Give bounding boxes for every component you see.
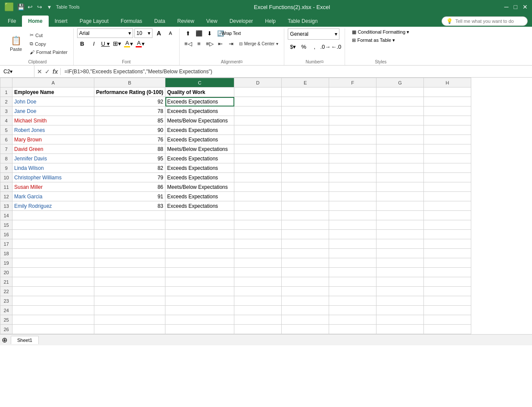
table-cell[interactable] — [329, 192, 376, 201]
row-header[interactable]: 25 — [0, 315, 12, 325]
table-cell[interactable] — [282, 192, 329, 201]
table-cell[interactable] — [424, 287, 471, 296]
table-cell[interactable] — [329, 315, 376, 325]
table-cell[interactable] — [234, 135, 282, 144]
table-cell[interactable] — [234, 239, 282, 249]
table-cell[interactable]: 90 — [94, 125, 165, 135]
table-cell[interactable] — [165, 325, 234, 334]
table-cell[interactable] — [329, 249, 376, 258]
table-cell[interactable]: 76 — [94, 135, 165, 144]
table-cell[interactable] — [165, 268, 234, 277]
table-cell[interactable] — [94, 287, 165, 296]
table-cell[interactable] — [94, 220, 165, 230]
maximize-icon[interactable]: □ — [514, 3, 517, 10]
cut-button[interactable]: ✂ Cut — [28, 31, 70, 39]
table-cell[interactable]: Exceeds Expectations — [165, 97, 234, 106]
table-cell[interactable]: Exceeds Expectations — [165, 125, 234, 135]
table-cell[interactable] — [376, 135, 424, 144]
table-cell[interactable] — [94, 230, 165, 239]
col-header-c[interactable]: C — [165, 78, 234, 88]
table-cell[interactable] — [376, 125, 424, 135]
table-cell[interactable] — [282, 287, 329, 296]
table-cell[interactable] — [12, 258, 94, 268]
table-cell[interactable] — [329, 154, 376, 163]
table-cell[interactable] — [329, 88, 376, 97]
table-cell[interactable] — [424, 154, 471, 163]
tab-help[interactable]: Help — [259, 16, 282, 27]
row-header[interactable]: 21 — [0, 277, 12, 287]
row-header[interactable]: 16 — [0, 230, 12, 239]
table-cell[interactable] — [424, 163, 471, 173]
table-cell[interactable] — [424, 325, 471, 334]
row-header[interactable]: 10 — [0, 173, 12, 182]
table-cell[interactable] — [376, 220, 424, 230]
table-cell[interactable] — [282, 97, 329, 106]
table-cell[interactable] — [94, 277, 165, 287]
table-cell[interactable] — [234, 97, 282, 106]
table-cell[interactable] — [424, 201, 471, 211]
table-cell[interactable] — [165, 287, 234, 296]
col-header-g[interactable]: G — [376, 78, 424, 88]
table-cell[interactable] — [376, 201, 424, 211]
formula-input[interactable]: =IF(B1>80,"Exceeds Expectations","Meets/… — [61, 69, 532, 75]
table-cell[interactable] — [424, 277, 471, 287]
table-cell[interactable] — [234, 116, 282, 125]
row-header[interactable]: 3 — [0, 106, 12, 116]
table-cell[interactable] — [12, 287, 94, 296]
italic-button[interactable]: I — [89, 39, 99, 48]
table-cell[interactable] — [234, 182, 282, 192]
number-expand[interactable]: ⧉ — [321, 59, 324, 64]
table-cell[interactable] — [424, 249, 471, 258]
close-icon[interactable]: ✕ — [523, 3, 528, 10]
row-header[interactable]: 17 — [0, 239, 12, 249]
table-cell[interactable] — [329, 201, 376, 211]
table-cell[interactable] — [234, 192, 282, 201]
table-cell[interactable] — [94, 268, 165, 277]
decrease-font-button[interactable]: A — [165, 28, 176, 38]
table-cell[interactable] — [282, 182, 329, 192]
table-cell[interactable]: 95 — [94, 154, 165, 163]
comma-button[interactable]: , — [309, 42, 320, 51]
minimize-icon[interactable]: ─ — [504, 3, 509, 10]
table-cell[interactable] — [282, 306, 329, 315]
table-cell[interactable] — [165, 277, 234, 287]
table-cell[interactable] — [376, 211, 424, 220]
formula-cancel-icon[interactable]: ✕ — [37, 68, 42, 75]
table-cell[interactable]: Exceeds Expectations — [165, 163, 234, 173]
table-cell[interactable]: Susan Miller — [12, 182, 94, 192]
row-header[interactable]: 1 — [0, 88, 12, 97]
table-cell[interactable]: 92 — [94, 97, 165, 106]
table-cell[interactable] — [94, 296, 165, 306]
tab-file[interactable]: File — [2, 16, 22, 27]
col-header-f[interactable]: F — [329, 78, 376, 88]
table-cell[interactable] — [376, 325, 424, 334]
table-cell[interactable] — [376, 258, 424, 268]
table-cell[interactable]: Meets/Below Expectations — [165, 182, 234, 192]
table-cell[interactable] — [424, 296, 471, 306]
format-as-table-button[interactable]: ⊞ Format as Table ▾ — [348, 37, 398, 44]
table-cell[interactable] — [165, 296, 234, 306]
table-cell[interactable] — [12, 239, 94, 249]
table-cell[interactable]: Jane Doe — [12, 106, 94, 116]
table-cell[interactable]: 83 — [94, 201, 165, 211]
table-cell[interactable] — [329, 182, 376, 192]
currency-button[interactable]: $▾ — [288, 42, 298, 51]
row-header[interactable]: 18 — [0, 249, 12, 258]
row-header[interactable]: 9 — [0, 163, 12, 173]
table-cell[interactable] — [424, 239, 471, 249]
tab-formulas[interactable]: Formulas — [115, 16, 148, 27]
decrease-decimal-button[interactable]: ←.0 — [331, 42, 341, 51]
formula-fx-icon[interactable]: fx — [53, 68, 58, 75]
row-header[interactable]: 4 — [0, 116, 12, 125]
undo-icon[interactable]: ↩ — [27, 3, 34, 10]
percent-button[interactable]: % — [299, 42, 309, 51]
table-cell[interactable] — [424, 173, 471, 182]
conditional-formatting-button[interactable]: ▦ Conditional Formatting ▾ — [348, 28, 413, 36]
table-cell[interactable] — [12, 296, 94, 306]
row-header[interactable]: 2 — [0, 97, 12, 106]
table-cell[interactable] — [282, 144, 329, 154]
table-cell[interactable] — [165, 239, 234, 249]
table-cell[interactable] — [12, 268, 94, 277]
table-cell[interactable] — [282, 268, 329, 277]
table-cell[interactable] — [282, 154, 329, 163]
